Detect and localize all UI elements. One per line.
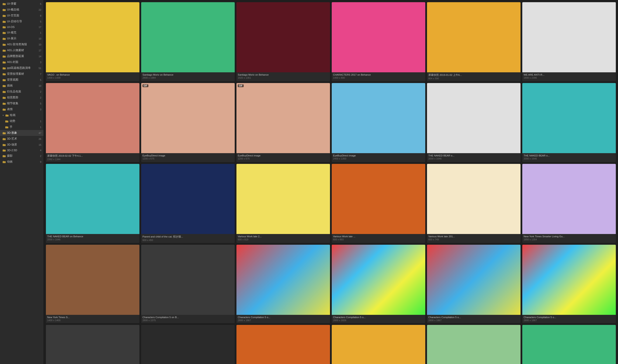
- thumbnail: GIF: [141, 83, 235, 153]
- grid-item[interactable]: Various Work late 201...600 x 749: [427, 164, 521, 243]
- thumbnail-bg: [522, 83, 616, 153]
- grid-item[interactable]: ...: [332, 325, 425, 364]
- folder-icon: [3, 73, 6, 75]
- item-info: New York Times Smarter Living Gu...1850 …: [522, 234, 616, 242]
- grid-item[interactable]: Santiago Moriv on Behance1920 x 1361: [237, 2, 330, 81]
- grid-item[interactable]: Various Work late ...600 x 893: [332, 164, 425, 243]
- grid-item[interactable]: Characters Compilation 5 o...2800 x 1826: [332, 245, 425, 323]
- item-title: WE ARE ANTI-R...: [524, 73, 615, 76]
- grid-item[interactable]: THE NAKED BEAR on Behance2000 x 1646: [46, 164, 139, 243]
- item-info: 屏幕快照 2019-01-02 上午6...804 x 590: [427, 72, 521, 81]
- item-dims: 2800 x 1867: [238, 319, 329, 322]
- thumbnail-bg: [237, 245, 330, 315]
- sidebar-item-count: 2: [38, 155, 41, 157]
- folder-icon: [3, 49, 6, 52]
- grid-item[interactable]: ...: [46, 325, 139, 364]
- grid-item[interactable]: THE NAKED BEAR o...2000 x 1646: [522, 83, 616, 162]
- thumbnail-bg: [427, 245, 521, 315]
- sidebar-item-0[interactable]: UI-弹窗5: [0, 1, 43, 7]
- grid-item[interactable]: EyeBuyDirect image2400 x 1350: [332, 83, 425, 162]
- sidebar-item-label: 衍生品包装: [7, 90, 37, 93]
- sidebar-item-2[interactable]: UI-空页面8: [0, 13, 43, 19]
- thumbnail-bg: [237, 2, 330, 72]
- item-info: VAGO . on Behance1400 x 1439: [46, 72, 139, 81]
- thumbnail-bg: [237, 83, 330, 153]
- sidebar-item-count: 1: [38, 120, 41, 123]
- sidebar-item-17[interactable]: 细节收集5: [0, 101, 43, 106]
- grid-item[interactable]: 屏幕快照 2019-02-02 下午4.1...2392 x 1344: [46, 83, 139, 162]
- grid-item[interactable]: Characters Compilation 5 o...2800 x 1867: [427, 245, 521, 323]
- thumbnail-bg: [332, 245, 425, 315]
- thumbnail: [332, 83, 425, 153]
- thumbnail: [141, 325, 235, 364]
- grid-item[interactable]: Characters Compilation 5 o...2800 x 1867: [522, 245, 616, 323]
- sidebar-item-label: UI-弹窗: [7, 2, 37, 6]
- thumbnail: [237, 245, 330, 315]
- grid-item[interactable]: Characters Compilation 5 o...2800 x 1867: [237, 245, 330, 323]
- thumbnail: [427, 2, 521, 72]
- grid-item[interactable]: 屏幕快照 2019-01-02 上午6...804 x 590: [427, 2, 521, 81]
- sidebar-item-18[interactable]: 表情3: [0, 106, 43, 112]
- grid-item[interactable]: Characters Compilation 5 on B...2800 x 1…: [141, 245, 235, 323]
- grid-item[interactable]: WE ARE ANTI-R...1800 x 2396: [522, 2, 616, 81]
- sidebar-item-23[interactable]: 3D-艺术26: [0, 136, 43, 142]
- grid-item[interactable]: ...: [141, 325, 235, 364]
- sidebar-item-12[interactable]: 背景纹理素材7: [0, 71, 43, 77]
- grid-item[interactable]: CHARACTERS 2017 on Behance1400 x 800: [332, 2, 425, 81]
- grid-item[interactable]: THE NAKED BEAR o...2000 x 1646: [427, 83, 521, 162]
- thumbnail: [522, 164, 616, 234]
- item-info: THE NAKED BEAR o...2000 x 1646: [427, 153, 521, 161]
- gif-badge: GIF: [143, 84, 148, 87]
- sidebar-item-26[interactable]: 摄影2: [0, 153, 43, 159]
- grid-item[interactable]: ...: [522, 325, 616, 364]
- item-dims: 1200 x 675: [143, 157, 233, 160]
- grid-item[interactable]: GIFEyeBuyDirect image1200 x 675: [141, 83, 235, 162]
- folder-icon: [3, 85, 6, 87]
- grid-item[interactable]: Various Work late 2...600 x 819: [237, 164, 330, 243]
- sidebar-item-5[interactable]: UI-规范1: [0, 30, 43, 36]
- sidebar-item-6[interactable]: UI-展示10: [0, 36, 43, 41]
- grid-item[interactable]: New York Times S...1400 x 1400: [46, 245, 139, 323]
- item-info: Characters Compilation 5 on B...2800 x 1…: [141, 315, 235, 323]
- folder-icon: [3, 138, 6, 140]
- item-title: New York Times Smarter Living Gu...: [524, 235, 615, 238]
- sidebar-item-25[interactable]: 3D-2.5D4: [0, 148, 43, 153]
- grid-item[interactable]: ...: [237, 325, 330, 364]
- item-title: Various Work late ...: [333, 235, 424, 238]
- thumbnail: [427, 325, 521, 364]
- sidebar-item-10[interactable]: A01-封面3: [0, 59, 43, 65]
- sidebar-item-count: 22: [38, 9, 41, 11]
- thumbnail: [237, 325, 330, 364]
- sidebar-item-20[interactable]: 动势1: [0, 118, 43, 124]
- sidebar-item-16[interactable]: 创意图形2: [0, 95, 43, 101]
- sidebar-item-7[interactable]: A01-宣传类海报10: [0, 41, 43, 47]
- item-dims: 1800 x 2396: [524, 77, 615, 79]
- grid-item[interactable]: VAGO . on Behance1400 x 1439: [46, 2, 139, 81]
- sidebar-item-4[interactable]: UI-OS17: [0, 25, 43, 30]
- thumbnail-bg: [46, 164, 139, 234]
- grid-item[interactable]: GIFEyeBuyDirect image1200 x 675: [237, 83, 330, 162]
- item-dims: 2800 x 1867: [428, 319, 519, 322]
- sidebar-item-15[interactable]: 衍生品包装2: [0, 89, 43, 95]
- sidebar-item-count: 10: [38, 43, 41, 46]
- grid-item[interactable]: Parent and child of the cat. 招き猫...600 x…: [141, 164, 235, 243]
- sidebar-item-22[interactable]: 3D-形象47: [0, 130, 43, 136]
- sidebar-item-9[interactable]: 品牌图形延展14: [0, 53, 43, 59]
- sidebar-item-21[interactable]: 手1: [0, 124, 43, 130]
- thumbnail-bg: [332, 325, 425, 364]
- sidebar-item-8[interactable]: A01-人物素材17: [0, 47, 43, 53]
- grid-item[interactable]: ...: [427, 325, 521, 364]
- sidebar-item-14[interactable]: 插画10: [0, 83, 43, 89]
- grid-item[interactable]: New York Times Smarter Living Gu...1850 …: [522, 164, 616, 243]
- sidebar-item-19[interactable]: ▾ 绘画: [0, 112, 43, 118]
- item-info: EyeBuyDirect image1200 x 675: [237, 153, 330, 161]
- sidebar-item-24[interactable]: 3D-场景15: [0, 142, 43, 148]
- grid-item[interactable]: Santiago Moriv on Behance2800 x 1984: [141, 2, 235, 81]
- sidebar-item-27[interactable]: 动效9: [0, 159, 43, 165]
- sidebar-item-11[interactable]: ppt高逼格思路演绎51: [0, 65, 43, 71]
- sidebar-item-label: 绘画: [10, 113, 41, 117]
- sidebar-item-1[interactable]: UI-概念稿22: [0, 7, 43, 13]
- sidebar-item-3[interactable]: UI-启动引导5: [0, 19, 43, 25]
- sidebar-item-count: 15: [38, 143, 41, 146]
- sidebar-item-13[interactable]: 背景底图5: [0, 77, 43, 83]
